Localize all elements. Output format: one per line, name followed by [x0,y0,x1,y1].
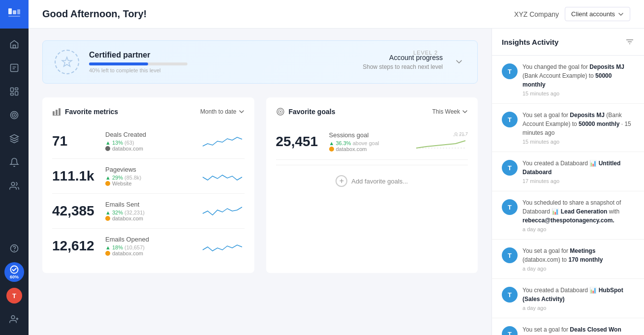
sparkline-emails-sent [200,201,245,221]
svg-rect-20 [53,111,55,115]
source-dot [329,147,334,152]
sidebar-item-badge[interactable]: 60% [4,260,24,284]
partner-level: LEVEL 2 [413,50,438,56]
svg-point-13 [11,183,15,186]
svg-rect-21 [56,110,58,115]
svg-rect-4 [13,45,16,48]
svg-rect-1 [13,10,16,14]
insight-text: You created a Databoard 📊 HubSpot (Sales… [522,286,634,304]
insight-text: You set a goal for Meetings (databox.com… [522,246,634,264]
progress-bar-wrap [89,62,187,65]
svg-rect-6 [11,88,14,92]
metric-info: Emails Opened 18% (10,657) databox.com [101,236,200,256]
accounts-button[interactable]: Client accounts [565,7,630,21]
insight-avatar: T [502,326,518,335]
svg-point-17 [11,316,15,319]
sidebar-item-chart[interactable] [0,80,29,103]
insights-title: Insights Activity [502,38,558,46]
metric-info: Emails Sent 32% (32,231) databox.com [101,201,200,221]
sidebar-item-people[interactable] [0,174,29,198]
goals-panel-title: Favorite goals [276,107,336,116]
content-main: Certified partner 40% left to complete t… [29,29,491,335]
metric-label: Emails Sent [105,201,200,208]
chevron-down-icon [455,57,463,66]
source-dot [105,251,110,256]
sidebar-item-team[interactable] [4,307,24,331]
partner-icon [55,50,79,74]
star-icon [60,55,74,69]
insight-content: You created a Databoard 📊 Untitled Datab… [522,159,634,184]
metric-info: Deals Created 13% (63) databox.com [101,131,200,152]
sidebar-bottom: 60% T [4,237,24,335]
svg-rect-0 [8,8,12,14]
metric-info: Pageviews 29% (85.8k) Website [101,166,200,186]
metrics-panel-title: Favorite metrics [52,107,118,116]
badge-label: 60% [10,274,19,279]
goals-period-selector[interactable]: This Week [432,108,468,115]
insight-content: You set a goal for Deals Closed Won Amou… [522,325,634,335]
sparkline-deals [200,131,245,151]
source-dot [105,181,110,186]
svg-rect-22 [59,108,61,115]
metric-source: databox.com [105,146,200,152]
insight-content: You created a Databoard 📊 HubSpot (Sales… [522,286,634,311]
svg-rect-5 [11,64,18,72]
metric-row-deals-created: 71 Deals Created 13% (63) databox.com [52,124,245,159]
insight-text: You scheduled to share a snapshot of Dat… [522,198,634,225]
sidebar-item-help[interactable] [4,237,24,260]
source-dot [105,216,110,221]
goals-panel-header: Favorite goals This Week [276,107,468,116]
expand-button[interactable] [453,55,465,69]
insight-item: T You set a goal for Deposits MJ (Bank A… [492,104,644,152]
insight-text: You set a goal for Deposits MJ (Bank Acc… [522,111,634,137]
sidebar-item-home[interactable] [0,32,29,56]
progress-bar-fill [89,62,148,65]
metric-value: 12,612 [52,238,101,254]
sidebar-item-bell[interactable] [0,151,29,174]
add-goal-label: Add favorite goals... [351,178,408,185]
topbar: Good Afternoon, Tory! XYZ Company Client… [29,0,644,29]
insights-sidebar: Insights Activity T You changed the goal… [491,29,644,335]
insight-item: T You set a goal for Meetings (databox.c… [492,240,644,279]
goals-panel: Favorite goals This Week 25,451 Sessions… [266,97,478,273]
goal-change: ▲ 36.3% above goal [329,140,414,146]
page-greeting: Good Afternoon, Tory! [42,8,514,20]
metric-change: 32% (32,231) [105,210,200,215]
svg-point-14 [11,245,18,252]
insight-text: You set a goal for Deals Closed Won Amou… [522,325,634,335]
sidebar-item-avatar[interactable]: T [4,284,24,307]
svg-rect-9 [11,93,14,95]
metric-change: 13% (63) [105,140,200,146]
insights-header: Insights Activity [492,29,644,56]
metric-source: databox.com [105,250,200,256]
account-progress: Account progress Show steps to reach nex… [363,54,443,70]
sidebar-item-goals[interactable] [0,103,29,127]
sidebar-item-stack[interactable] [0,127,29,151]
insight-time: 15 minutes ago [522,91,634,96]
partner-info: Certified partner 40% left to complete t… [89,51,353,73]
filter-icon[interactable] [625,37,634,46]
metric-value: 42,385 [52,203,101,219]
sidebar-nav [0,29,29,237]
svg-point-12 [14,115,15,116]
insight-avatar: T [502,63,518,79]
metric-row-pageviews: 111.1k Pageviews 29% (85.8k) Website [52,159,245,194]
insight-text: You created a Databoard 📊 Untitled Datab… [522,159,634,177]
account-progress-sub: Show steps to reach next level [363,63,443,70]
goal-sparkline: ⊙ 21,778 [414,131,468,152]
metrics-panel: Favorite metrics Month to date 71 Deals … [42,97,254,273]
insight-time: 15 minutes ago [522,139,634,145]
svg-point-26 [279,111,281,113]
add-goal-button[interactable]: + Add favorite goals... [276,165,468,197]
metrics-period-selector[interactable]: Month to date [200,108,244,115]
logo[interactable] [0,0,29,29]
svg-text:⊙ 21,778: ⊙ 21,778 [454,131,468,136]
insight-content: You set a goal for Meetings (databox.com… [522,246,634,272]
insight-item: T You scheduled to share a snapshot of D… [492,191,644,240]
metric-row-emails-sent: 42,385 Emails Sent 32% (32,231) databox.… [52,194,245,229]
insight-avatar: T [502,199,518,215]
company-name: XYZ Company [514,10,559,18]
partner-sub: 40% left to complete this level [89,67,353,73]
sidebar-item-reports[interactable] [0,56,29,80]
user-avatar[interactable]: T [6,288,22,304]
